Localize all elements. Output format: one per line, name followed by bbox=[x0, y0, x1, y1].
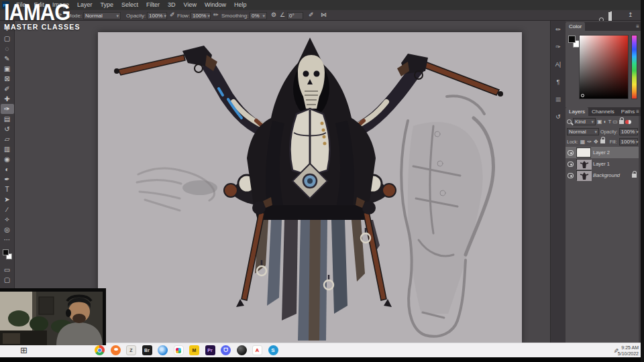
paragraph-panel-icon[interactable]: ¶ bbox=[557, 78, 560, 85]
airbrush-icon[interactable]: ✏ bbox=[213, 11, 219, 18]
filter-type-layers-icon[interactable]: T bbox=[608, 119, 611, 125]
menu-select[interactable]: Select bbox=[117, 0, 142, 10]
healing-brush-tool[interactable]: ✚ bbox=[1, 94, 14, 104]
color-picker-cursor[interactable] bbox=[581, 94, 584, 97]
visibility-eye-icon[interactable] bbox=[568, 162, 574, 167]
menu-view[interactable]: View bbox=[180, 0, 201, 10]
lock-all-icon[interactable] bbox=[600, 139, 605, 143]
brush-angle-input[interactable]: 0° bbox=[287, 12, 303, 19]
eraser-tool[interactable]: ▱ bbox=[1, 134, 14, 144]
tab-paths[interactable]: Paths bbox=[618, 107, 638, 116]
mode-select[interactable]: Normal▾ bbox=[83, 12, 121, 19]
background-lock-icon[interactable] bbox=[632, 174, 637, 178]
filter-adjustment-layers-icon[interactable]: ◐ bbox=[604, 119, 607, 125]
tab-layers[interactable]: Layers bbox=[566, 107, 588, 116]
menu-type[interactable]: Type bbox=[97, 0, 118, 10]
menu-image[interactable]: Image bbox=[48, 0, 73, 10]
saturation-brightness-picker[interactable] bbox=[579, 35, 629, 99]
canvas[interactable] bbox=[98, 32, 522, 344]
filter-smart-objects-icon[interactable] bbox=[619, 120, 624, 124]
frame-tool[interactable]: ⊠ bbox=[1, 74, 14, 84]
menu-3d[interactable]: 3D bbox=[164, 0, 180, 10]
hue-slider[interactable] bbox=[631, 35, 637, 99]
brush-tool[interactable]: ✑ bbox=[1, 104, 14, 114]
crop-tool[interactable]: ▣ bbox=[1, 64, 14, 74]
maya-icon[interactable]: M bbox=[189, 345, 199, 355]
path-selection-tool[interactable]: ➤ bbox=[1, 194, 14, 204]
lock-transparency-icon[interactable]: ▦ bbox=[580, 139, 586, 145]
blend-mode-select[interactable]: Normal▾ bbox=[567, 128, 599, 135]
layer-row-layer1[interactable]: Layer 1 bbox=[566, 158, 641, 170]
layer-name[interactable]: Background bbox=[593, 172, 620, 178]
filter-toggle-icon[interactable] bbox=[625, 120, 631, 124]
dodge-tool[interactable]: ◐ bbox=[1, 164, 14, 174]
color-foreground-swatch[interactable] bbox=[568, 36, 576, 43]
lasso-tool[interactable]: ◌ bbox=[1, 44, 14, 54]
layer-opacity-select[interactable]: 100%▾ bbox=[619, 128, 638, 135]
history-panel-icon[interactable]: ↺ bbox=[555, 113, 561, 120]
character-panel-icon[interactable]: A| bbox=[555, 61, 561, 68]
premiere-icon[interactable]: Pr bbox=[205, 345, 215, 355]
type-tool[interactable]: T bbox=[1, 184, 14, 194]
zoom-tool[interactable]: ◎ bbox=[1, 225, 14, 235]
foreground-color-swatch[interactable] bbox=[3, 249, 9, 255]
slack-icon[interactable] bbox=[174, 345, 184, 355]
layer-row-background[interactable]: Background bbox=[566, 170, 641, 181]
brush-preset-icon[interactable]: ✑ bbox=[57, 11, 62, 18]
history-brush-tool[interactable]: ↺ bbox=[1, 124, 14, 134]
menu-help[interactable]: Help bbox=[230, 0, 251, 10]
edit-toolbar-button[interactable]: ⋯ bbox=[1, 235, 14, 245]
bridge-icon[interactable]: Br bbox=[142, 345, 152, 355]
photoshop-app-icon[interactable]: Ps bbox=[2, 1, 9, 9]
menu-window[interactable]: Window bbox=[201, 0, 230, 10]
filter-pixel-layers-icon[interactable]: ▣ bbox=[597, 119, 602, 125]
tab-channels[interactable]: Channels bbox=[588, 107, 618, 116]
layer-thumbnail[interactable] bbox=[576, 170, 591, 180]
sphere-app-icon[interactable] bbox=[237, 345, 247, 355]
pen-tool[interactable]: ✒ bbox=[1, 174, 14, 184]
symmetry-icon[interactable]: ⋈ bbox=[321, 11, 327, 18]
menu-edit[interactable]: Edit bbox=[30, 0, 49, 10]
eyedropper-tool[interactable]: ✐ bbox=[1, 84, 14, 94]
blender-icon[interactable] bbox=[111, 345, 121, 355]
smoothing-select[interactable]: 0%▾ bbox=[250, 12, 267, 19]
visibility-eye-icon[interactable] bbox=[568, 150, 574, 156]
skype-icon[interactable]: S bbox=[268, 345, 278, 355]
tab-color[interactable]: Color bbox=[566, 22, 585, 31]
quick-selection-tool[interactable]: ✎ bbox=[1, 54, 14, 64]
marquee-tool[interactable]: ▢ bbox=[1, 34, 14, 44]
quick-mask-button[interactable]: ▭ bbox=[1, 265, 14, 275]
libraries-panel-icon[interactable]: ▦ bbox=[555, 96, 561, 103]
discord-icon[interactable]: ᗜ bbox=[221, 345, 231, 355]
layers-panel-menu-icon[interactable]: ≡ bbox=[636, 109, 639, 115]
layer-thumbnail[interactable] bbox=[576, 159, 591, 169]
pressure-opacity-icon[interactable]: ✐ bbox=[170, 11, 175, 18]
fill-select[interactable]: 100%▾ bbox=[619, 138, 638, 145]
layer-name[interactable]: Layer 1 bbox=[593, 161, 610, 167]
filter-shape-layers-icon[interactable]: ▭ bbox=[612, 119, 618, 125]
taskbar-clock[interactable]: 9:25 AM 5/10/2022 bbox=[618, 345, 639, 357]
gradient-tool[interactable]: ▥ bbox=[1, 144, 14, 154]
acrobat-icon[interactable]: A bbox=[252, 345, 262, 355]
layer-thumbnail[interactable] bbox=[576, 147, 591, 158]
color-panel-menu-icon[interactable]: ≡ bbox=[636, 23, 639, 29]
opacity-select[interactable]: 100%▾ bbox=[147, 12, 167, 19]
menu-file[interactable]: File bbox=[12, 0, 30, 10]
move-tool[interactable]: ✥ bbox=[1, 23, 14, 34]
lock-paint-icon[interactable]: ✑ bbox=[587, 139, 592, 145]
menu-layer[interactable]: Layer bbox=[73, 0, 97, 10]
flow-select[interactable]: 100%▾ bbox=[191, 12, 211, 19]
pressure-size-icon[interactable]: ✐ bbox=[309, 11, 314, 18]
blur-tool[interactable]: ◉ bbox=[1, 154, 14, 164]
screen-mode-button[interactable]: ▢ bbox=[1, 275, 14, 285]
filter-kind-select[interactable]: Kind▾ bbox=[573, 118, 596, 125]
menu-filter[interactable]: Filter bbox=[142, 0, 164, 10]
smoothing-gear-icon[interactable]: ⚙ bbox=[271, 11, 276, 18]
zbrush-icon[interactable]: Z bbox=[126, 345, 136, 355]
layer-row-layer2[interactable]: Layer 2 bbox=[566, 147, 641, 158]
lock-position-icon[interactable]: ✥ bbox=[594, 139, 598, 145]
share-icon[interactable]: ↥ bbox=[628, 11, 633, 18]
visibility-eye-icon[interactable] bbox=[568, 173, 574, 178]
hand-tool[interactable]: ✧ bbox=[1, 215, 14, 225]
brushes-panel-icon[interactable]: ✑ bbox=[555, 44, 561, 50]
